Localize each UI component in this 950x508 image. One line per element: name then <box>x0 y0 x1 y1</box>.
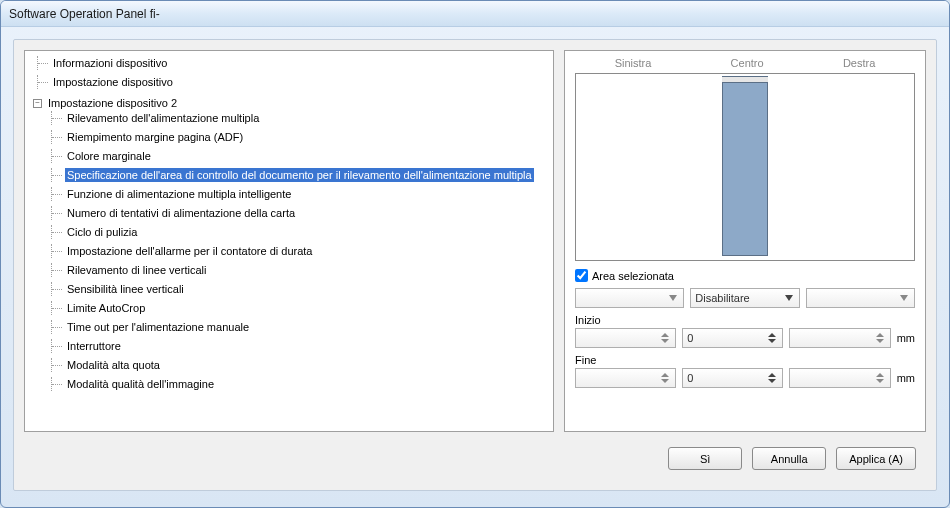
ok-button[interactable]: Sì <box>668 447 742 470</box>
area-selected-checkbox[interactable] <box>575 269 588 282</box>
document-strip <box>722 76 768 256</box>
chevron-down-icon <box>661 379 669 383</box>
tree-item[interactable]: Time out per l'alimentazione manuale <box>65 320 251 334</box>
end-left-spinner[interactable] <box>575 368 676 388</box>
chevron-up-icon <box>876 373 884 377</box>
end-label: Fine <box>575 354 915 366</box>
tree-item[interactable]: Sensibilità linee verticali <box>65 282 186 296</box>
start-center-spinner[interactable]: 0 <box>682 328 783 348</box>
tree-connector <box>51 244 65 258</box>
start-unit: mm <box>897 332 915 344</box>
detail-panel: Sinistra Centro Destra Area selezionata … <box>564 50 926 432</box>
combo-center[interactable]: Disabilitare <box>690 288 799 308</box>
start-right-spinner[interactable] <box>789 328 890 348</box>
chevron-up-icon <box>768 373 776 377</box>
area-column-headers: Sinistra Centro Destra <box>575 57 915 69</box>
window-title: Software Operation Panel fi- <box>9 7 160 21</box>
end-center-value: 0 <box>687 372 693 384</box>
tree-connector <box>51 320 65 334</box>
tree-collapse-icon[interactable]: − <box>33 99 42 108</box>
chevron-down-icon <box>665 289 681 307</box>
cancel-button[interactable]: Annulla <box>752 447 826 470</box>
tree-connector <box>51 187 65 201</box>
tree-item[interactable]: Interruttore <box>65 339 123 353</box>
tree-item[interactable]: Rilevamento dell'alimentazione multipla <box>65 111 261 125</box>
tree-connector <box>51 130 65 144</box>
start-label: Inizio <box>575 314 915 326</box>
combo-left[interactable] <box>575 288 684 308</box>
tree-item[interactable]: Riempimento margine pagina (ADF) <box>65 130 245 144</box>
tree-item-selected[interactable]: Specificazione dell'area di controllo de… <box>65 168 534 182</box>
tree-children: Rilevamento dell'alimentazione multipla … <box>33 110 553 395</box>
col-left-label: Sinistra <box>615 57 652 69</box>
chevron-down-icon <box>781 289 797 307</box>
start-left-spinner[interactable] <box>575 328 676 348</box>
chevron-down-icon <box>661 339 669 343</box>
area-preview <box>575 73 915 261</box>
tree-connector <box>51 149 65 163</box>
chevron-up-icon <box>661 373 669 377</box>
tree-item[interactable]: Impostazione dispositivo 2 <box>46 96 179 110</box>
tree-item[interactable]: Informazioni dispositivo <box>51 56 169 70</box>
tree-panel: Informazioni dispositivo Impostazione di… <box>24 50 554 432</box>
chevron-down-icon <box>876 379 884 383</box>
combo-right[interactable] <box>806 288 915 308</box>
tree-item[interactable]: Modalità alta quota <box>65 358 162 372</box>
area-selected-label: Area selezionata <box>592 270 674 282</box>
tree-item[interactable]: Rilevamento di linee verticali <box>65 263 208 277</box>
chevron-up-icon <box>661 333 669 337</box>
tree-connector <box>51 339 65 353</box>
end-right-spinner[interactable] <box>789 368 890 388</box>
tree-item[interactable]: Modalità qualità dell'immagine <box>65 377 216 391</box>
tree-connector <box>51 358 65 372</box>
chevron-down-icon <box>896 289 912 307</box>
tree-connector <box>51 282 65 296</box>
chevron-down-icon <box>876 339 884 343</box>
content: Informazioni dispositivo Impostazione di… <box>24 50 926 480</box>
tree-connector <box>51 168 65 182</box>
chevron-down-icon <box>768 339 776 343</box>
settings-tree[interactable]: Informazioni dispositivo Impostazione di… <box>25 55 553 396</box>
start-center-value: 0 <box>687 332 693 344</box>
tree-connector <box>51 263 65 277</box>
tree-connector <box>51 225 65 239</box>
tree-item[interactable]: Funzione di alimentazione multipla intel… <box>65 187 293 201</box>
tree-item[interactable]: Limite AutoCrop <box>65 301 147 315</box>
col-right-label: Destra <box>843 57 875 69</box>
tree-connector <box>37 56 51 70</box>
apply-button[interactable]: Applica (A) <box>836 447 916 470</box>
tree-item[interactable]: Numero di tentativi di alimentazione del… <box>65 206 297 220</box>
main-panel: Informazioni dispositivo Impostazione di… <box>13 39 937 491</box>
chevron-up-icon <box>768 333 776 337</box>
app-window: Software Operation Panel fi- Informazion… <box>0 0 950 508</box>
tree-connector <box>51 111 65 125</box>
tree-connector <box>51 377 65 391</box>
end-unit: mm <box>897 372 915 384</box>
tree-item[interactable]: Impostazione dell'allarme per il contato… <box>65 244 314 258</box>
chevron-down-icon <box>768 379 776 383</box>
tree-connector <box>51 301 65 315</box>
tree-item[interactable]: Colore marginale <box>65 149 153 163</box>
titlebar: Software Operation Panel fi- <box>1 1 949 27</box>
end-center-spinner[interactable]: 0 <box>682 368 783 388</box>
col-center-label: Centro <box>731 57 764 69</box>
dialog-buttons: Sì Annulla Applica (A) <box>668 447 916 470</box>
chevron-up-icon <box>876 333 884 337</box>
tree-item[interactable]: Impostazione dispositivo <box>51 75 175 89</box>
tree-connector <box>37 75 51 89</box>
combo-center-value: Disabilitare <box>695 292 749 304</box>
tree-connector <box>51 206 65 220</box>
tree-item[interactable]: Ciclo di pulizia <box>65 225 139 239</box>
